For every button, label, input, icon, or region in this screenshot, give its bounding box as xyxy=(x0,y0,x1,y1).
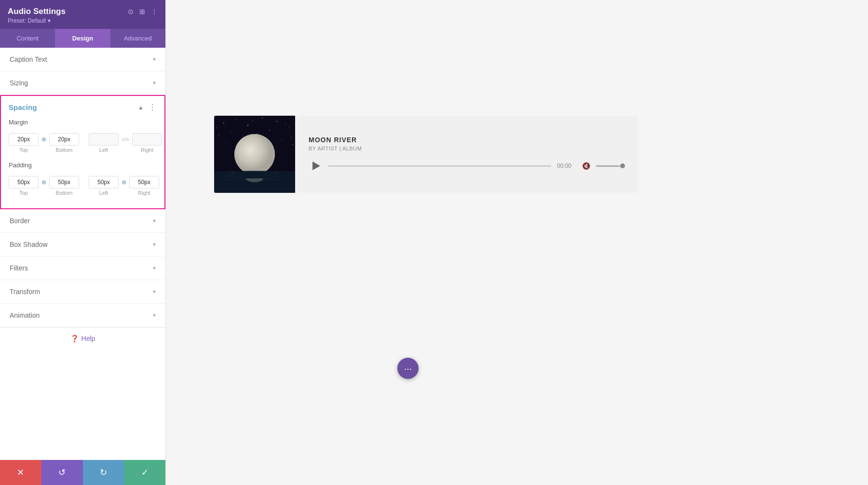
svg-point-16 xyxy=(281,139,282,140)
redo-button[interactable]: ↻ xyxy=(83,460,124,485)
padding-right-label: Right xyxy=(138,190,150,196)
padding-right-group: Right xyxy=(129,176,159,196)
padding-bottom-group: Bottom xyxy=(49,176,79,196)
padding-top-group: Top xyxy=(9,176,39,196)
svg-rect-26 xyxy=(234,171,275,178)
svg-point-1 xyxy=(223,122,224,123)
margin-right-input[interactable] xyxy=(132,133,162,146)
fab-icon: ··· xyxy=(404,363,412,374)
section-sizing-header[interactable]: Sizing ▾ xyxy=(0,71,165,94)
padding-link-chain-icon[interactable]: ⊕ xyxy=(41,179,46,186)
padding-top-label: Top xyxy=(19,190,28,196)
svg-point-7 xyxy=(218,135,219,135)
section-caption-text: Caption Text ▾ xyxy=(0,48,165,71)
track-subtitle: BY ARTIST | ALBUM xyxy=(309,146,625,151)
filters-chevron-icon: ▾ xyxy=(153,265,156,271)
tabs-container: Content Design Advanced xyxy=(0,29,165,48)
section-spacing: Spacing ▲ ⋮ Margin Top ⊕ xyxy=(0,95,165,209)
svg-point-17 xyxy=(217,128,217,128)
margin-top-input[interactable] xyxy=(9,133,39,146)
spacing-more-icon[interactable]: ⋮ xyxy=(149,103,157,112)
tab-content[interactable]: Content xyxy=(0,29,55,48)
margin-right-group: Right xyxy=(132,133,162,153)
volume-handle xyxy=(620,163,625,168)
section-transform-header[interactable]: Transform ▾ xyxy=(0,280,165,303)
margin-bottom-label: Bottom xyxy=(56,147,73,153)
svg-point-12 xyxy=(291,137,291,137)
sidebar: Audio Settings Preset: Default ▾ ⊙ ⊞ ⋮ C… xyxy=(0,0,166,485)
sidebar-header: Audio Settings Preset: Default ▾ ⊙ ⊞ ⋮ xyxy=(0,0,165,29)
margin-link-chain-icon[interactable]: ⊕ xyxy=(41,136,46,143)
margin-right-label: Right xyxy=(141,147,153,153)
panel-title: Audio Settings xyxy=(8,7,66,16)
padding-left-input[interactable] xyxy=(89,176,119,189)
filters-label: Filters xyxy=(10,264,28,272)
padding-link2-icon: ⊕ xyxy=(122,179,126,186)
volume-slider[interactable] xyxy=(596,165,625,167)
padding-left-group: Left xyxy=(89,176,119,196)
margin-left-input[interactable] xyxy=(89,133,119,146)
margin-left-group: Left xyxy=(89,133,119,153)
margin-bottom-input[interactable] xyxy=(49,133,79,146)
section-caption-text-header[interactable]: Caption Text ▾ xyxy=(0,48,165,71)
player-controls: 00:00 🔇 xyxy=(309,159,625,173)
more-options-icon[interactable]: ⋮ xyxy=(151,8,158,15)
layout-icon[interactable]: ⊞ xyxy=(139,8,145,15)
spacing-body: Margin Top ⊕ Bottom xyxy=(1,119,164,208)
margin-code-icon-row: </> xyxy=(122,136,129,142)
tab-advanced[interactable]: Advanced xyxy=(110,29,165,48)
fab-button[interactable]: ··· xyxy=(397,358,419,379)
margin-row: Margin Top ⊕ Bottom xyxy=(9,119,157,155)
margin-label: Margin xyxy=(9,119,157,126)
help-label: Help xyxy=(81,335,95,342)
margin-bottom-group: Bottom xyxy=(49,133,79,153)
margin-code-icon[interactable]: </> xyxy=(122,136,129,142)
svg-point-18 xyxy=(292,144,293,145)
play-button[interactable] xyxy=(309,159,322,173)
animation-label: Animation xyxy=(10,311,40,319)
margin-top-group: Top xyxy=(9,133,39,153)
sidebar-body: Caption Text ▾ Sizing ▾ Spacing ▲ ⋮ xyxy=(0,48,165,460)
time-display: 00:00 xyxy=(557,162,576,169)
padding-right-input[interactable] xyxy=(129,176,159,189)
save-button[interactable]: ✓ xyxy=(124,460,165,485)
padding-left-label: Left xyxy=(99,190,108,196)
spacing-header[interactable]: Spacing ▲ ⋮ xyxy=(1,96,164,119)
volume-icon[interactable]: 🔇 xyxy=(582,162,590,170)
main-canvas: MOON RIVER BY ARTIST | ALBUM 00:00 🔇 ··· xyxy=(166,0,868,485)
section-transform: Transform ▾ xyxy=(0,280,165,304)
sizing-chevron-icon: ▾ xyxy=(153,80,156,86)
section-box-shadow-header[interactable]: Box Shadow ▾ xyxy=(0,233,165,256)
help-section[interactable]: ❓ Help xyxy=(0,327,165,349)
svg-point-14 xyxy=(243,135,243,136)
section-filters: Filters ▾ xyxy=(0,256,165,280)
cancel-button[interactable]: ✕ xyxy=(0,460,41,485)
padding-top-input[interactable] xyxy=(9,176,39,189)
margin-inputs: Top ⊕ Bottom Left xyxy=(9,131,157,155)
section-animation-header[interactable]: Animation ▾ xyxy=(0,304,165,327)
svg-point-10 xyxy=(269,130,270,131)
padding-bottom-input[interactable] xyxy=(49,176,79,189)
svg-point-2 xyxy=(235,119,236,120)
svg-point-3 xyxy=(247,125,248,126)
action-bar: ✕ ↺ ↻ ✓ xyxy=(0,460,165,485)
border-chevron-icon: ▾ xyxy=(153,217,156,224)
settings-icon[interactable]: ⊙ xyxy=(128,8,134,15)
spacing-chevron-up-icon[interactable]: ▲ xyxy=(138,104,144,111)
padding-link-chain2-icon[interactable]: ⊕ xyxy=(122,179,126,186)
svg-point-9 xyxy=(252,120,253,121)
preset-label[interactable]: Preset: Default ▾ xyxy=(8,17,66,24)
help-icon: ❓ xyxy=(70,335,79,342)
section-filters-header[interactable]: Filters ▾ xyxy=(0,256,165,280)
svg-point-5 xyxy=(276,121,277,122)
track-title: MOON RIVER xyxy=(309,136,625,144)
progress-bar[interactable] xyxy=(328,165,551,167)
transform-label: Transform xyxy=(10,288,40,296)
padding-row: Padding Top ⊕ Bottom xyxy=(9,162,157,198)
section-box-shadow: Box Shadow ▾ xyxy=(0,233,165,256)
tab-design[interactable]: Design xyxy=(55,29,110,48)
margin-top-label: Top xyxy=(19,147,28,153)
section-border-header[interactable]: Border ▾ xyxy=(0,209,165,232)
undo-button[interactable]: ↺ xyxy=(41,460,83,485)
svg-point-8 xyxy=(231,133,231,133)
